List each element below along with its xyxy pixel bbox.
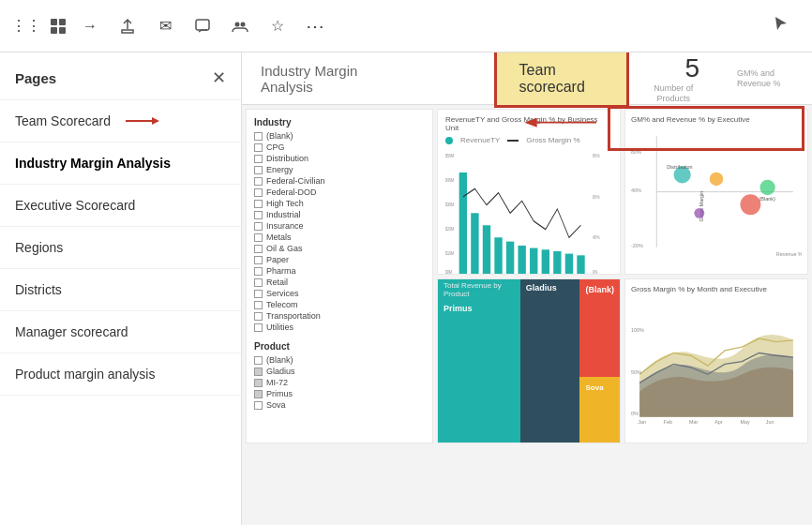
svg-rect-27 bbox=[553, 251, 561, 274]
content-area: Industry Margin Analysis Team scorecard … bbox=[242, 52, 812, 525]
treemap-blank-area: (Blank) Sova bbox=[579, 279, 620, 443]
sidebar-item-label: Regions bbox=[15, 240, 63, 255]
sidebar-items-list: Team Scorecard Industry Margin Analysis … bbox=[0, 100, 241, 525]
treemap-blank-label: (Blank) bbox=[579, 281, 620, 298]
team-scorecard-button[interactable]: Team scorecard bbox=[494, 52, 629, 108]
cursor-icon bbox=[759, 14, 801, 38]
treemap-chart: Total Revenue by Product Primus Gladius … bbox=[437, 278, 621, 444]
number-badge: 5 bbox=[684, 53, 699, 83]
treemap-sova-label: Sova bbox=[579, 380, 609, 396]
industry-filter-title: Industry bbox=[254, 117, 425, 128]
filter-item-telecom[interactable]: Telecom bbox=[254, 300, 425, 309]
sidebar-item-manager-scorecard[interactable]: Manager scorecard bbox=[0, 311, 241, 353]
page-title-bar: Industry Margin Analysis Team scorecard … bbox=[242, 52, 812, 105]
svg-text:Mar: Mar bbox=[689, 419, 699, 425]
sidebar-item-product-margin[interactable]: Product margin analysis bbox=[0, 353, 241, 396]
filter-item-metals[interactable]: Metals bbox=[254, 232, 425, 242]
svg-text:80%: 80% bbox=[593, 152, 600, 158]
sidebar-item-districts[interactable]: Districts bbox=[0, 269, 241, 311]
area-chart: Gross Margin % by Month and Executive Ja… bbox=[624, 278, 808, 444]
svg-text:40%: 40% bbox=[593, 233, 600, 240]
svg-text:50%: 50% bbox=[631, 369, 641, 375]
filter-item-energy[interactable]: Energy bbox=[254, 165, 425, 174]
scatter-chart: GM% and Revenue % by Executive 80% 40% -… bbox=[624, 109, 808, 275]
svg-text:100%: 100% bbox=[631, 326, 644, 332]
filter-item-blank[interactable]: (Blank) bbox=[254, 131, 425, 141]
filter-item-paper[interactable]: Paper bbox=[254, 255, 425, 264]
filter-product-primus[interactable]: Primus bbox=[254, 389, 425, 398]
sidebar-item-label: Team Scorecard bbox=[15, 113, 111, 128]
share-icon[interactable] bbox=[113, 11, 143, 41]
svg-point-49 bbox=[710, 172, 724, 187]
filter-panel: Industry (Blank) CPG Distribution Energy… bbox=[246, 109, 433, 443]
filter-item-cpg[interactable]: CPG bbox=[254, 142, 425, 152]
grid-icon-svg[interactable] bbox=[49, 17, 68, 36]
close-sidebar-button[interactable]: ✕ bbox=[212, 68, 226, 88]
svg-rect-1 bbox=[59, 19, 66, 25]
filter-item-utilities[interactable]: Utilities bbox=[254, 322, 425, 332]
return-icon[interactable]: → bbox=[75, 11, 105, 41]
filter-item-high-tech[interactable]: High Tech bbox=[254, 199, 425, 208]
treemap-gladius-label: Gladius bbox=[520, 279, 580, 296]
filter-item-federal-civ[interactable]: Federal-Civilian bbox=[254, 176, 425, 186]
svg-text:60%: 60% bbox=[593, 193, 600, 200]
area-chart-title: Gross Margin % by Month and Executive bbox=[631, 285, 802, 293]
svg-rect-21 bbox=[483, 225, 490, 274]
right-label: GM% and Revenue % bbox=[737, 68, 793, 89]
grid-icon[interactable]: ⋮⋮ bbox=[11, 11, 41, 41]
pages-sidebar: Pages ✕ Team Scorecard Industry Margin A… bbox=[0, 52, 242, 525]
svg-rect-19 bbox=[459, 172, 467, 274]
svg-text:40%: 40% bbox=[631, 188, 641, 193]
chart-legend-revenue: RevenueTY Gross Margin % bbox=[445, 136, 612, 144]
sidebar-item-executive-scorecard[interactable]: Executive Scorecard bbox=[0, 185, 241, 227]
filter-item-federal-dod[interactable]: Federal-DOD bbox=[254, 188, 425, 197]
svg-rect-28 bbox=[565, 254, 573, 275]
svg-text:May: May bbox=[740, 419, 750, 425]
svg-rect-4 bbox=[196, 20, 209, 30]
sidebar-header: Pages ✕ bbox=[0, 52, 241, 100]
filter-item-transport[interactable]: Transportation bbox=[254, 311, 425, 321]
filter-item-oil-gas[interactable]: Oil & Gas bbox=[254, 244, 425, 253]
filter-item-services[interactable]: Services bbox=[254, 289, 425, 298]
toolbar: ⋮⋮ → ✉ ☆ ⋯ bbox=[0, 0, 812, 52]
sidebar-item-regions[interactable]: Regions bbox=[0, 227, 241, 269]
svg-rect-26 bbox=[542, 249, 549, 274]
comment-icon[interactable] bbox=[188, 11, 218, 41]
filter-item-retail[interactable]: Retail bbox=[254, 278, 425, 287]
filter-product-gladius[interactable]: Gladius bbox=[254, 367, 425, 376]
filter-product-sova[interactable]: Sova bbox=[254, 400, 425, 410]
mail-icon[interactable]: ✉ bbox=[150, 11, 180, 41]
filter-item-distribution[interactable]: Distribution bbox=[254, 154, 425, 163]
svg-point-6 bbox=[241, 22, 246, 26]
sidebar-title: Pages bbox=[15, 70, 56, 86]
sidebar-item-label: Executive Scorecard bbox=[15, 198, 135, 213]
treemap-section-label: Total Revenue by Product bbox=[438, 279, 520, 300]
arrow-indicator bbox=[126, 114, 159, 128]
svg-text:0%: 0% bbox=[631, 411, 639, 416]
filter-product-mi72[interactable]: MI-72 bbox=[254, 378, 425, 387]
main-layout: Pages ✕ Team Scorecard Industry Margin A… bbox=[0, 52, 812, 525]
svg-rect-25 bbox=[530, 248, 537, 275]
filter-product-blank[interactable]: (Blank) bbox=[254, 355, 425, 365]
teams-icon[interactable] bbox=[225, 11, 255, 41]
sidebar-item-industry-margin[interactable]: Industry Margin Analysis bbox=[0, 142, 241, 185]
revenue-chart-svg-container: $50M $40M $30M $20M $10M $0M 80% 60% 40%… bbox=[445, 148, 612, 275]
legend-dot-revenue bbox=[445, 137, 453, 144]
treemap-primus-label: Primus bbox=[438, 300, 520, 317]
sidebar-item-team-scorecard[interactable]: Team Scorecard bbox=[0, 100, 241, 142]
svg-rect-23 bbox=[506, 242, 514, 275]
svg-text:$0M: $0M bbox=[445, 268, 452, 274]
sidebar-item-label: Manager scorecard bbox=[15, 324, 128, 339]
page-title: Industry Margin Analysis bbox=[261, 63, 382, 95]
svg-text:(Blank): (Blank) bbox=[759, 196, 775, 202]
svg-point-52 bbox=[759, 180, 774, 195]
more-options-icon[interactable]: ⋯ bbox=[300, 11, 330, 41]
svg-text:Feb: Feb bbox=[664, 419, 672, 425]
svg-marker-8 bbox=[152, 117, 159, 125]
bookmark-icon[interactable]: ☆ bbox=[263, 11, 293, 41]
filter-item-pharma[interactable]: Pharma bbox=[254, 266, 425, 276]
filter-item-industrial[interactable]: Industrial bbox=[254, 210, 425, 219]
svg-point-51 bbox=[694, 208, 704, 218]
filter-item-insurance[interactable]: Insurance bbox=[254, 221, 425, 231]
svg-rect-0 bbox=[51, 19, 57, 25]
